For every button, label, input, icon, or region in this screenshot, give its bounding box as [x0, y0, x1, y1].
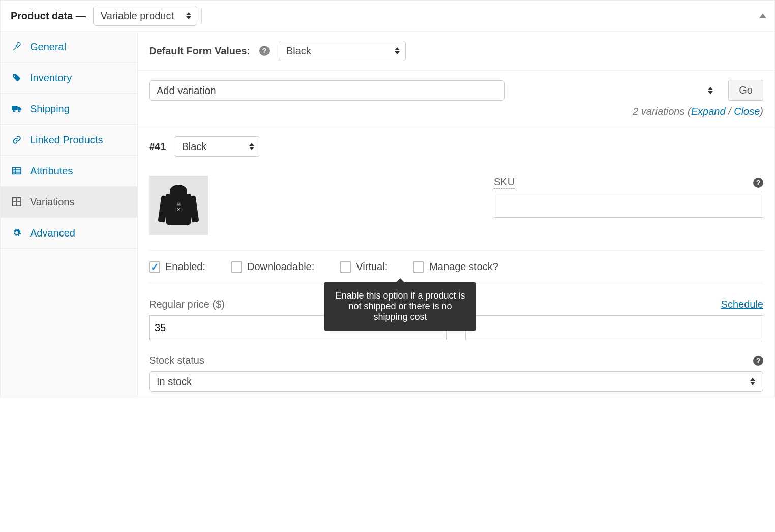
help-icon[interactable]: ? [753, 356, 763, 366]
list-icon [11, 165, 23, 177]
checkbox-icon [231, 261, 242, 273]
tab-label: General [30, 41, 66, 53]
checkbox-label: Enabled: [165, 261, 205, 273]
tab-label: Linked Products [30, 134, 103, 146]
product-thumbnail: ☠✕ [161, 183, 196, 228]
expand-link[interactable]: Expand [691, 106, 726, 117]
tag-icon [11, 72, 23, 84]
separator [201, 9, 202, 23]
variation-action-row: Add variation Go [138, 71, 774, 103]
tab-label: Attributes [30, 165, 73, 177]
default-form-values-label: Default Form Values: [149, 45, 250, 57]
variations-count: 2 variations [633, 106, 684, 117]
grid-icon [11, 196, 23, 208]
tab-inventory[interactable]: Inventory [1, 63, 137, 94]
wrench-icon [11, 41, 23, 53]
tab-linked-products[interactable]: Linked Products [1, 125, 137, 156]
variation-options-row: Enabled: Downloadable: Virtual: Manage s… [149, 250, 763, 283]
help-icon[interactable]: ? [259, 46, 270, 56]
virtual-tooltip: Enable this option if a product is not s… [324, 282, 476, 331]
svg-rect-0 [12, 106, 18, 110]
variation-action-select[interactable]: Add variation [149, 80, 505, 101]
tab-attributes[interactable]: Attributes [1, 156, 137, 187]
schedule-link[interactable]: Schedule [721, 299, 763, 310]
default-attribute-select[interactable]: Black [279, 41, 406, 61]
svg-rect-3 [13, 168, 21, 174]
tab-label: Shipping [30, 103, 70, 115]
variation-attribute-select[interactable]: Black [174, 136, 260, 157]
tab-advanced[interactable]: Advanced [1, 218, 137, 249]
checkbox-icon [413, 261, 424, 273]
chevron-updown-icon [708, 87, 713, 94]
virtual-checkbox[interactable]: Virtual: [340, 261, 387, 273]
panel-header: Product data — Variable product [1, 1, 774, 32]
tab-shipping[interactable]: Shipping [1, 94, 137, 125]
checkbox-icon [340, 261, 351, 273]
tab-label: Variations [30, 196, 74, 208]
checkbox-label: Downloadable: [247, 261, 314, 273]
gear-icon [11, 227, 23, 239]
product-type-select[interactable]: Variable product [93, 6, 197, 26]
svg-point-1 [13, 110, 15, 112]
checkbox-label: Virtual: [356, 261, 387, 273]
tab-variations[interactable]: Variations [1, 187, 137, 218]
help-icon[interactable]: ? [753, 178, 763, 188]
manage-stock-checkbox[interactable]: Manage stock? [413, 261, 498, 273]
variation-header[interactable]: #41 Black [138, 127, 774, 166]
stock-status-label: Stock status [149, 354, 204, 366]
default-form-values-row: Default Form Values: ? Black [138, 32, 774, 71]
variation-image-upload[interactable]: ☠✕ [149, 176, 208, 235]
product-data-tabs: General Inventory Shipping Linked Produc… [1, 32, 138, 397]
variations-meta-row: 2 variations (Expand / Close) [138, 103, 774, 127]
tab-general[interactable]: General [1, 32, 137, 63]
checkbox-icon [149, 261, 160, 273]
sku-input[interactable] [494, 193, 763, 218]
truck-icon [11, 103, 23, 115]
stock-status-select[interactable]: In stock [149, 371, 763, 392]
enabled-checkbox[interactable]: Enabled: [149, 261, 205, 273]
downloadable-checkbox[interactable]: Downloadable: [231, 261, 314, 273]
sku-label: SKU [494, 176, 515, 189]
sale-price-input[interactable] [465, 315, 763, 340]
tab-label: Advanced [30, 227, 75, 239]
tab-label: Inventory [30, 72, 72, 84]
variation-id: #41 [149, 141, 166, 153]
panel-title: Product data — [11, 10, 86, 22]
svg-point-2 [18, 110, 20, 112]
checkbox-label: Manage stock? [429, 261, 498, 273]
link-icon [11, 134, 23, 146]
go-button[interactable]: Go [728, 80, 763, 101]
collapse-panel-icon[interactable] [759, 14, 766, 18]
close-link[interactable]: Close [734, 106, 760, 117]
